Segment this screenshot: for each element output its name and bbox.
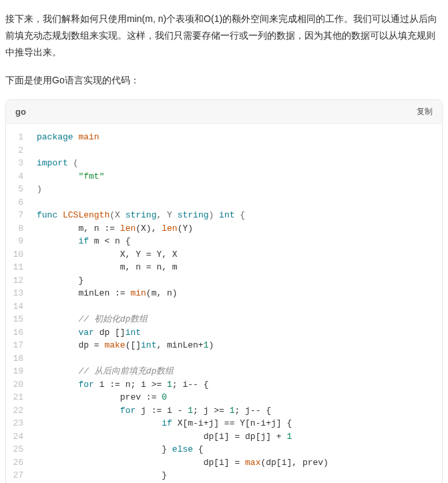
copy-button[interactable]: 复制	[417, 105, 433, 119]
line-number: 3	[6, 157, 29, 170]
code-line: }	[37, 469, 434, 482]
line-number: 17	[6, 339, 29, 352]
line-number: 18	[6, 352, 29, 366]
line-number: 7	[6, 209, 29, 222]
code-line: import (	[37, 157, 434, 170]
line-number: 27	[6, 469, 29, 482]
line-number: 4	[6, 170, 29, 183]
code-line: minLen := min(m, n)	[37, 287, 434, 300]
code-line	[37, 352, 434, 366]
line-number: 23	[6, 417, 29, 430]
code-block: go 复制 1234567891011121314151617181920212…	[5, 99, 443, 483]
code-line: dp[i] = max(dp[i], prev)	[37, 456, 434, 470]
line-number-gutter: 1234567891011121314151617181920212223242…	[6, 124, 29, 483]
code-line: "fmt"	[37, 170, 434, 183]
code-language-label: go	[15, 104, 26, 119]
line-number: 21	[6, 391, 29, 404]
line-number: 26	[6, 456, 29, 470]
code-line	[37, 144, 434, 157]
line-number: 19	[6, 365, 29, 378]
line-number: 6	[6, 196, 29, 209]
line-number: 12	[6, 274, 29, 288]
code-line	[37, 300, 434, 314]
code-line: var dp []int	[37, 326, 434, 340]
code-line: m, n = n, m	[37, 261, 434, 274]
line-number: 24	[6, 430, 29, 444]
line-number: 1	[6, 131, 29, 144]
line-number: 14	[6, 300, 29, 314]
line-number: 16	[6, 326, 29, 340]
line-number: 11	[6, 261, 29, 274]
line-number: 5	[6, 183, 29, 196]
code-line: X, Y = Y, X	[37, 248, 434, 262]
explanation-paragraph: 接下来，我们解释如何只使用min(m, n)个表项和O(1)的额外空间来完成相同…	[5, 11, 443, 61]
code-line: if m < n {	[37, 235, 434, 248]
line-number: 8	[6, 222, 29, 235]
code-line: package main	[37, 131, 434, 144]
line-number: 2	[6, 144, 29, 157]
line-number: 20	[6, 378, 29, 392]
code-line: // 从后向前填充dp数组	[37, 365, 434, 378]
line-number: 13	[6, 287, 29, 300]
code-line: dp = make([]int, minLen+1)	[37, 339, 434, 352]
code-line	[37, 196, 434, 209]
code-line: func LCSLength(X string, Y string) int {	[37, 209, 434, 222]
code-body: 1234567891011121314151617181920212223242…	[6, 124, 442, 483]
line-number: 15	[6, 313, 29, 326]
code-line: for j := i - 1; j >= 1; j-- {	[37, 404, 434, 418]
code-line: // 初始化dp数组	[37, 313, 434, 326]
lead-in-paragraph: 下面是使用Go语言实现的代码：	[5, 72, 443, 89]
line-number: 10	[6, 248, 29, 262]
code-line: } else {	[37, 443, 434, 456]
line-number: 22	[6, 404, 29, 418]
code-header: go 复制	[6, 100, 442, 124]
code-line: prev := 0	[37, 391, 434, 404]
code-line: if X[m-i+j] == Y[n-i+j] {	[37, 417, 434, 430]
code-line: m, n := len(X), len(Y)	[37, 222, 434, 235]
code-line: )	[37, 183, 434, 196]
line-number: 9	[6, 235, 29, 248]
code-line: }	[37, 274, 434, 288]
code-line: for i := n; i >= 1; i-- {	[37, 378, 434, 392]
code-line: dp[i] = dp[j] + 1	[37, 430, 434, 444]
code-lines: package main import ( "fmt") func LCSLen…	[29, 124, 442, 483]
line-number: 25	[6, 443, 29, 456]
